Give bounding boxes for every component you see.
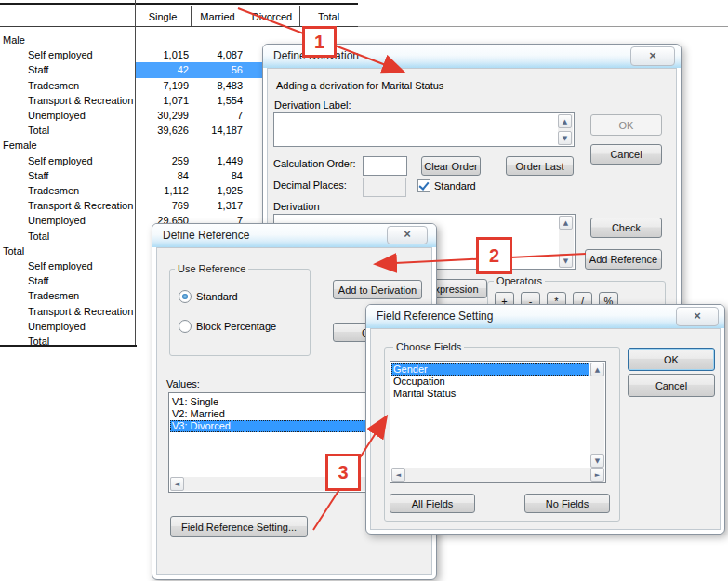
field-reference-setting-dialog: Field Reference Setting × Choose Fields … (365, 304, 725, 535)
cell-married[interactable]: 1,554 (191, 95, 243, 106)
cancel-button[interactable]: Cancel (590, 144, 662, 165)
column-header[interactable]: Divorced (245, 11, 299, 22)
derivation-intro-text: Adding a derivation for Marital Status (276, 80, 443, 91)
derivation-expression-scrollbar[interactable]: ▲ ▼ (559, 216, 574, 268)
block-percentage-radio-label: Block Percentage (196, 321, 276, 332)
fields-listbox[interactable]: GenderOccupationMarital Status ▲ ▼ ◄ ► (390, 361, 606, 483)
cell-single[interactable]: 30,299 (135, 110, 189, 121)
list-item[interactable]: Marital Status (391, 388, 589, 400)
scroll-down-icon[interactable]: ▼ (558, 131, 572, 145)
calculation-order-caption: Calculation Order: (273, 158, 356, 169)
standard-checkbox-label: Standard (434, 180, 476, 191)
close-icon[interactable]: × (676, 307, 719, 326)
cell-single[interactable]: 769 (135, 200, 189, 211)
row-label: Transport & Recreation (28, 95, 133, 106)
cell-married[interactable]: 56 (191, 64, 243, 75)
row-label: Transport & Recreation (28, 200, 133, 211)
scroll-down-icon[interactable]: ▼ (559, 254, 573, 268)
row-label: Staff (28, 170, 48, 181)
cell-married[interactable]: 1,925 (191, 185, 243, 196)
derivation-caption: Derivation (273, 201, 320, 212)
values-caption: Values: (166, 378, 200, 390)
order-last-button[interactable]: Order Last (506, 156, 574, 176)
column-header[interactable]: Single (135, 11, 191, 22)
row-label: Self employed (28, 155, 93, 166)
standard-radio-label: Standard (196, 291, 238, 302)
cell-married[interactable]: 1,317 (191, 200, 243, 211)
row-label: Unemployed (28, 215, 86, 226)
scroll-up-icon[interactable]: ▲ (559, 216, 573, 230)
list-item[interactable]: Occupation (391, 376, 589, 388)
column-header[interactable]: Total (299, 11, 358, 22)
cell-single[interactable]: 1,071 (135, 95, 189, 106)
fields-vscrollbar[interactable]: ▲ ▼ (590, 363, 604, 468)
cell-single[interactable]: 7,199 (135, 80, 189, 91)
calculation-order-input[interactable] (363, 156, 407, 176)
cell-single[interactable]: 42 (135, 64, 189, 75)
field-reference-setting-button[interactable]: Field Reference Setting... (170, 516, 308, 537)
row-label: Male (3, 34, 25, 46)
cell-single[interactable]: 259 (135, 155, 189, 166)
row-label: Tradesmen (28, 185, 79, 196)
cell-married[interactable]: 4,087 (191, 49, 243, 60)
ok-button[interactable]: OK (628, 348, 715, 371)
add-to-derivation-button[interactable]: Add to Derivation (333, 280, 422, 299)
define-reference-title: Define Reference (163, 229, 249, 242)
cell-married[interactable]: 1,449 (191, 155, 243, 166)
check-button[interactable]: Check (590, 218, 662, 238)
operators-caption: Operators (494, 275, 545, 286)
row-label: Total (28, 125, 49, 136)
row-label: Self employed (28, 260, 93, 271)
row-label: Total (3, 245, 24, 257)
scroll-up-icon[interactable]: ▲ (590, 363, 604, 376)
callout-2: 2 (476, 237, 512, 274)
row-label: Staff (28, 275, 48, 286)
scroll-left-icon[interactable]: ◄ (391, 468, 405, 482)
panel-edge-rule (358, 26, 728, 27)
table-top-rule (0, 3, 358, 5)
row-label: Self employed (28, 49, 93, 60)
cell-married[interactable]: 84 (191, 170, 243, 181)
column-header[interactable]: Married (191, 11, 245, 22)
use-reference-caption: Use Reference (175, 263, 248, 274)
no-fields-button[interactable]: No Fields (524, 494, 610, 513)
row-label: Total (28, 231, 49, 242)
cell-married[interactable]: 14,187 (191, 125, 243, 136)
add-reference-button[interactable]: Add Reference (585, 249, 662, 270)
derivation-label-scrollbar[interactable]: ▲ ▼ (558, 114, 573, 145)
cell-single[interactable]: 1,015 (135, 49, 189, 60)
row-label: Unemployed (28, 321, 86, 332)
derivation-label-input[interactable]: ▲ ▼ (273, 112, 575, 147)
close-icon[interactable]: × (387, 226, 428, 244)
derivation-label-caption: Derivation Label: (274, 99, 351, 111)
decimal-places-caption: Decimal Places: (273, 179, 347, 191)
callout-3: 3 (325, 454, 361, 491)
cell-single[interactable]: 39,626 (135, 125, 189, 136)
scroll-right-icon[interactable]: ► (590, 468, 604, 482)
scroll-up-icon[interactable]: ▲ (558, 114, 572, 128)
cell-married[interactable]: 8,483 (191, 80, 243, 91)
list-item[interactable]: Gender (391, 363, 589, 376)
scroll-down-icon[interactable]: ▼ (590, 454, 604, 468)
choose-fields-caption: Choose Fields (393, 341, 464, 352)
standard-checkbox[interactable] (417, 179, 430, 192)
clear-order-button[interactable]: Clear Order (421, 156, 481, 176)
decimal-places-input (363, 178, 406, 197)
close-icon[interactable]: × (630, 46, 675, 66)
field-reference-setting-titlebar[interactable]: Field Reference Setting (366, 305, 724, 328)
ok-button[interactable]: OK (590, 114, 662, 136)
row-label: Transport & Recreation (28, 306, 133, 317)
use-reference-group: Use Reference (169, 269, 311, 356)
scroll-left-icon[interactable]: ◄ (170, 477, 184, 491)
field-reference-setting-title: Field Reference Setting (377, 310, 493, 323)
block-percentage-radio[interactable] (179, 320, 192, 333)
row-label: Tradesmen (28, 80, 79, 91)
all-fields-button[interactable]: All Fields (390, 494, 475, 513)
row-label: Staff (28, 64, 48, 75)
standard-radio[interactable] (179, 290, 192, 303)
cancel-button[interactable]: Cancel (628, 374, 715, 397)
fields-hscrollbar[interactable]: ◄ ► (391, 468, 604, 482)
cell-single[interactable]: 1,112 (135, 185, 189, 196)
cell-married[interactable]: 7 (191, 110, 243, 121)
cell-single[interactable]: 84 (135, 170, 189, 181)
